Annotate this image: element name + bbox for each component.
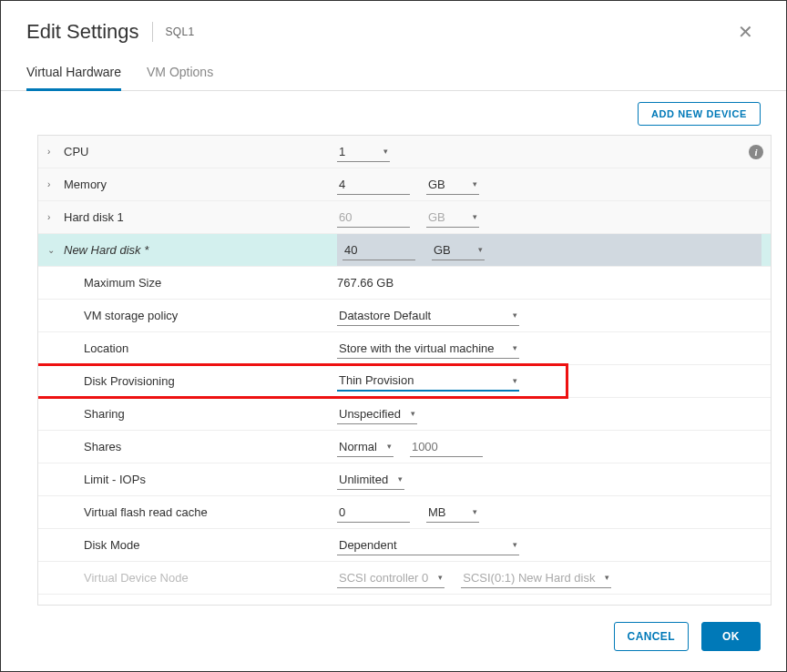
label-vfrc: Virtual flash read cache [64, 505, 337, 519]
chevron-down-icon: ▾ [605, 573, 609, 582]
vm-name: SQL1 [166, 25, 195, 38]
row-disk-provisioning: Disk Provisioning Thin Provision ▾ [38, 365, 771, 398]
hdd1-size-input[interactable] [337, 208, 410, 228]
label-disk-mode: Disk Mode [64, 538, 337, 552]
limit-iops-value: Unlimited [339, 473, 388, 486]
toolbar: ADD NEW DEVICE [1, 91, 786, 135]
chevron-down-icon: ▾ [513, 311, 517, 320]
row-max-size: Maximum Size 767.66 GB [38, 267, 771, 300]
row-memory[interactable]: › Memory GB ▾ [38, 168, 771, 201]
chevron-down-icon: ▾ [398, 474, 403, 484]
disk-mode-select[interactable]: Dependent ▾ [337, 535, 519, 555]
row-new-hard-disk[interactable]: ⌄ New Hard disk * GB ▾ [38, 234, 771, 267]
cpu-value: 1 [339, 145, 345, 158]
edit-settings-dialog: Edit Settings SQL1 ✕ Virtual Hardware VM… [0, 0, 787, 672]
info-icon[interactable]: i [749, 145, 763, 159]
storage-policy-value: Datastore Default [339, 309, 431, 322]
chevron-down-icon: ▾ [473, 179, 477, 188]
dialog-header: Edit Settings SQL1 ✕ [1, 1, 786, 59]
row-disk-mode: Disk Mode Dependent ▾ [38, 529, 771, 562]
tabs: Virtual Hardware VM Options [1, 59, 786, 91]
label-storage-policy: VM storage policy [64, 309, 337, 322]
ok-button[interactable]: OK [701, 622, 761, 651]
sharing-value: Unspecified [339, 407, 401, 421]
add-new-device-button[interactable]: ADD NEW DEVICE [638, 102, 761, 126]
memory-unit: GB [428, 178, 445, 191]
disk-provisioning-select[interactable]: Thin Provision ▾ [337, 371, 519, 392]
hdd1-unit-select[interactable]: GB ▾ [426, 208, 479, 228]
shares-level-select[interactable]: Normal ▾ [337, 437, 394, 457]
row-virtual-device-node: Virtual Device Node SCSI controller 0 ▾ … [38, 562, 771, 595]
new-hdd-size-input[interactable] [342, 240, 415, 260]
new-hdd-unit-select[interactable]: GB ▾ [432, 240, 485, 260]
label-shares: Shares [64, 440, 337, 453]
label-max-size: Maximum Size [64, 276, 337, 290]
chevron-right-icon: › [47, 212, 58, 222]
chevron-down-icon: ▾ [411, 409, 415, 418]
location-value: Store with the virtual machine [339, 341, 495, 355]
sharing-select[interactable]: Unspecified ▾ [337, 404, 417, 424]
memory-unit-select[interactable]: GB ▾ [426, 175, 479, 195]
disk-provisioning-value: Thin Provision [339, 373, 414, 387]
chevron-down-icon: ▾ [473, 212, 477, 221]
row-location: Location Store with the virtual machine … [38, 332, 771, 365]
scroll-area[interactable]: › CPU 1 ▾ i › Memory GB ▾ [37, 135, 772, 606]
label-cpu: CPU [64, 145, 337, 158]
vdn-controller: SCSI controller 0 [339, 571, 428, 585]
label-new-hdd: New Hard disk * [64, 243, 337, 257]
cancel-button[interactable]: CANCEL [614, 622, 689, 651]
row-storage-policy: VM storage policy Datastore Default ▾ [38, 300, 771, 332]
label-disk-provisioning: Disk Provisioning [64, 374, 337, 388]
vdn-controller-select[interactable]: SCSI controller 0 ▾ [337, 568, 445, 588]
chevron-down-icon: ▾ [513, 540, 517, 549]
limit-iops-select[interactable]: Unlimited ▾ [337, 470, 404, 490]
close-icon[interactable]: ✕ [731, 17, 761, 46]
location-select[interactable]: Store with the virtual machine ▾ [337, 339, 519, 359]
title-divider [152, 22, 153, 42]
row-hard-disk-1[interactable]: › Hard disk 1 GB ▾ [38, 201, 771, 234]
vfrc-input[interactable] [337, 503, 410, 523]
hardware-table: › CPU 1 ▾ i › Memory GB ▾ [1, 135, 786, 606]
chevron-down-icon: ▾ [387, 442, 392, 451]
max-size-value: 767.66 GB [337, 276, 394, 290]
vdn-slot: SCSI(0:1) New Hard disk [463, 571, 595, 585]
tab-virtual-hardware[interactable]: Virtual Hardware [26, 59, 121, 91]
chevron-down-icon: ▾ [383, 147, 388, 156]
chevron-right-icon: › [47, 179, 58, 189]
row-cpu[interactable]: › CPU 1 ▾ i [38, 136, 771, 168]
vdn-slot-select[interactable]: SCSI(0:1) New Hard disk ▾ [461, 568, 611, 588]
chevron-down-icon: ▾ [513, 376, 517, 385]
vfrc-unit-select[interactable]: MB ▾ [426, 503, 479, 523]
row-vfrc: Virtual flash read cache MB ▾ [38, 496, 771, 529]
storage-policy-select[interactable]: Datastore Default ▾ [337, 306, 519, 326]
disk-mode-value: Dependent [339, 538, 397, 552]
label-location: Location [64, 341, 337, 355]
label-hdd1: Hard disk 1 [64, 210, 337, 224]
hdd1-unit: GB [428, 210, 445, 224]
label-memory: Memory [64, 178, 337, 191]
row-limit-iops: Limit - IOPs Unlimited ▾ [38, 463, 771, 496]
label-sharing: Sharing [64, 407, 337, 421]
chevron-down-icon: ▾ [478, 245, 483, 254]
dialog-title: Edit Settings [26, 20, 139, 44]
dialog-footer: CANCEL OK [1, 606, 786, 671]
chevron-right-icon: › [47, 147, 58, 157]
chevron-down-icon: ▾ [438, 573, 443, 582]
tab-vm-options[interactable]: VM Options [147, 59, 213, 91]
row-shares: Shares Normal ▾ [38, 431, 771, 463]
vfrc-unit: MB [428, 505, 446, 519]
label-limit-iops: Limit - IOPs [64, 473, 337, 486]
chevron-down-icon: ▾ [473, 507, 477, 516]
chevron-down-icon: ⌄ [47, 245, 58, 255]
shares-value-input[interactable] [410, 437, 483, 457]
row-sharing: Sharing Unspecified ▾ [38, 398, 771, 431]
cpu-select[interactable]: 1 ▾ [337, 142, 390, 162]
label-vdn: Virtual Device Node [64, 571, 337, 585]
chevron-down-icon: ▾ [513, 343, 517, 352]
new-hdd-unit: GB [434, 243, 451, 257]
shares-level: Normal [339, 440, 377, 453]
memory-input[interactable] [337, 175, 410, 195]
